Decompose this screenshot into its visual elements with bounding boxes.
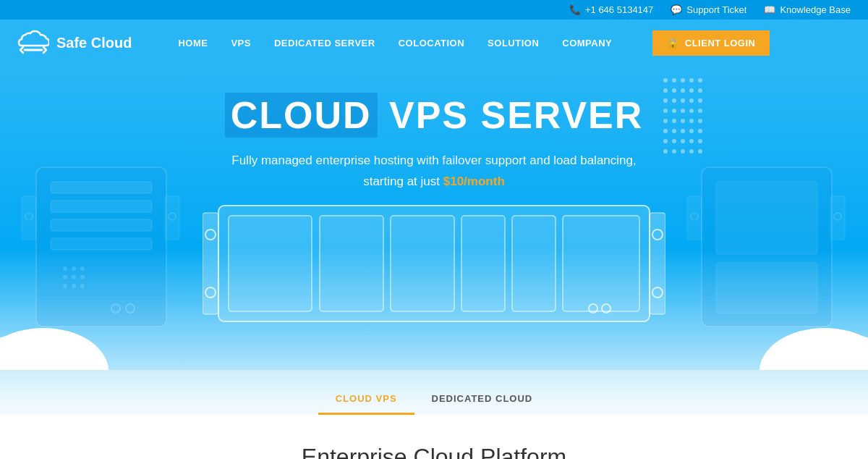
svg-point-67 [689,119,694,123]
svg-point-66 [681,119,685,123]
hero-title-highlight: CLOUD [225,93,378,138]
top-bar: 📞 +1 646 5134147 💬 Support Ticket 📖 Know… [0,0,868,20]
svg-point-64 [663,119,668,123]
svg-point-51 [681,88,685,93]
svg-point-80 [672,149,676,153]
nav-company[interactable]: COMPANY [550,23,624,63]
hero-price: $10/month [443,174,505,188]
svg-point-77 [689,139,694,143]
svg-point-69 [663,129,668,133]
svg-point-63 [698,109,702,113]
client-login-button[interactable]: 🔒 CLIENT LOGIN [652,30,770,56]
svg-point-61 [681,109,685,113]
svg-rect-19 [165,196,179,240]
svg-point-73 [698,129,702,133]
svg-rect-26 [830,196,845,240]
svg-point-56 [681,98,685,103]
svg-point-6 [63,266,67,271]
svg-point-58 [698,98,702,103]
chat-icon: 💬 [671,4,682,15]
svg-point-55 [672,98,676,103]
svg-point-76 [681,139,685,143]
phone-icon: 📞 [569,4,581,15]
nav-vps[interactable]: VPS [219,23,263,63]
client-login-label: CLIENT LOGIN [685,38,756,49]
svg-point-81 [681,149,685,153]
svg-point-65 [672,119,676,123]
svg-rect-5 [51,238,152,250]
svg-point-78 [698,139,702,143]
nav-solution[interactable]: SOLUTION [476,23,550,63]
svg-point-46 [681,78,685,83]
svg-point-57 [689,98,694,103]
svg-rect-37 [391,216,454,311]
svg-point-9 [63,275,67,279]
tab-cloud-vps[interactable]: CLOUD VPS [318,384,414,415]
svg-point-79 [663,149,668,153]
nav-dedicated[interactable]: DEDICATED SERVER [263,23,387,63]
svg-point-50 [672,88,676,93]
svg-point-47 [689,78,694,83]
svg-rect-35 [229,216,312,311]
svg-rect-38 [461,216,505,311]
svg-rect-2 [51,182,152,193]
svg-point-45 [672,78,676,83]
svg-point-59 [663,109,668,113]
svg-point-48 [698,78,702,83]
tab-dedicated-cloud[interactable]: DEDICATED CLOUD [414,384,550,415]
svg-point-70 [672,129,676,133]
svg-point-68 [698,119,702,123]
lock-icon: 🔒 [667,38,679,49]
svg-point-60 [672,109,676,113]
svg-point-13 [72,284,76,288]
svg-point-11 [80,275,85,279]
knowledge-label: Knowledge Base [780,4,851,15]
svg-point-75 [672,139,676,143]
svg-rect-40 [563,216,639,311]
svg-point-53 [698,88,702,93]
book-icon: 📖 [764,4,775,15]
server-illustration [203,198,665,329]
svg-point-10 [72,275,76,279]
nav-colocation[interactable]: COLOCATION [387,23,476,63]
svg-point-82 [689,149,694,153]
hero-subtitle-line1: Fully managed enterprise hosting with fa… [231,153,636,167]
logo-text: Safe Cloud [56,35,132,51]
enterprise-section: Enterprise Cloud Platform [0,415,868,459]
svg-point-7 [72,266,76,271]
svg-point-52 [689,88,694,93]
svg-rect-39 [512,216,556,311]
svg-point-49 [663,88,668,93]
svg-rect-28 [203,213,218,314]
logo[interactable]: Safe Cloud [17,30,132,56]
header: Safe Cloud HOME VPS DEDICATED SERVER COL… [0,20,868,66]
enterprise-title: Enterprise Cloud Platform [17,444,851,459]
hero-subtitle-line2: starting at just [363,174,443,188]
svg-rect-24 [687,196,702,240]
support-ticket-link[interactable]: 💬 Support Ticket [671,4,746,15]
tabs-section: CLOUD VPS DEDICATED CLOUD [0,370,868,415]
phone-link[interactable]: 📞 +1 646 5134147 [569,4,653,15]
phone-number: +1 646 5134147 [585,4,653,15]
support-label: Support Ticket [686,4,746,15]
svg-point-71 [681,129,685,133]
hero-title: CLOUD VPS SERVER [225,95,644,136]
svg-point-14 [80,284,85,288]
svg-point-72 [689,129,694,133]
svg-point-44 [663,78,668,83]
svg-rect-3 [51,201,152,212]
svg-point-8 [80,266,85,271]
hero-section: CLOUD VPS SERVER Fully managed enterpris… [0,66,868,370]
main-nav: HOME VPS DEDICATED SERVER COLOCATION SOL… [166,23,624,63]
hero-subtitle: Fully managed enterprise hosting with fa… [231,151,636,193]
svg-point-12 [63,284,67,288]
nav-home[interactable]: HOME [166,23,219,63]
svg-point-74 [663,139,668,143]
knowledge-base-link[interactable]: 📖 Knowledge Base [764,4,851,15]
svg-rect-31 [650,213,665,314]
hero-title-rest: VPS SERVER [378,94,644,136]
logo-icon [17,30,49,56]
svg-point-83 [698,149,702,153]
svg-rect-22 [716,182,817,254]
svg-rect-36 [320,216,383,311]
